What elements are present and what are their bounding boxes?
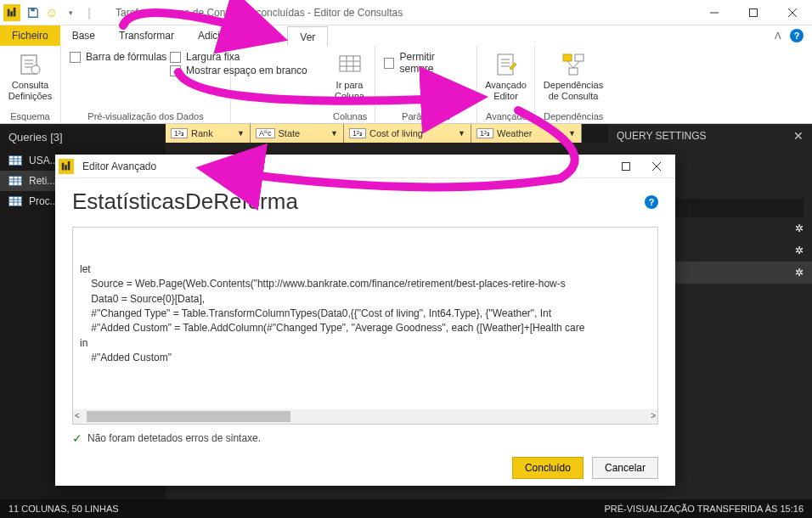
check-allow-always[interactable]: Permitir sempre: [384, 51, 468, 75]
svg-rect-26: [563, 54, 572, 61]
svg-point-16: [31, 65, 40, 74]
app-icon: [59, 159, 74, 174]
emoji-icon[interactable]: ☺: [42, 3, 61, 22]
check-whitespace[interactable]: ✓Mostrar espaço em branco: [170, 65, 323, 76]
svg-rect-5: [750, 8, 758, 16]
done-button[interactable]: Concluído: [512, 457, 584, 479]
column-header[interactable]: Aᴮc State ▼: [251, 124, 344, 143]
table-icon: [8, 196, 22, 206]
settings-title: QUERY SETTINGS: [617, 130, 707, 142]
advanced-editor-dialog: Editor Avançado EstatísticasDeReforma ? …: [55, 155, 675, 486]
svg-rect-0: [8, 8, 10, 16]
tab-file[interactable]: Ficheiro: [0, 25, 60, 46]
tab-add-column[interactable]: Adicionar Coluna: [186, 25, 287, 46]
svg-rect-44: [9, 197, 21, 206]
titlebar: ☺ ▾ | Tarefas Comuns de Consulta - concl…: [0, 0, 812, 25]
statusbar: 11 COLUNAS, 50 LINHAS PRÉ-VISUALIZAÇÃO T…: [0, 499, 812, 518]
svg-line-30: [573, 61, 579, 68]
code-editor[interactable]: let Source = Web.Page(Web.Contents("http…: [72, 227, 658, 425]
goto-column-button[interactable]: Ir para Coluna: [333, 49, 366, 104]
dropdown-icon[interactable]: ▼: [458, 129, 465, 138]
qat-dropdown-icon[interactable]: ▾: [61, 3, 80, 22]
column-headers: 1²₃ Rank ▼ Aᴮc State ▼ 1²₃ Cost of livin…: [166, 124, 676, 143]
gear-icon[interactable]: ✲: [795, 267, 804, 279]
gear-icon[interactable]: ✲: [795, 245, 804, 256]
svg-rect-22: [498, 54, 513, 75]
menubar: Ficheiro Base Transformar Adicionar Colu…: [0, 25, 812, 46]
dropdown-icon[interactable]: ▼: [568, 129, 576, 138]
tab-view[interactable]: Ver: [287, 26, 328, 47]
status-left: 11 COLUNAS, 50 LINHAS: [8, 504, 119, 514]
scrollbar-thumb[interactable]: [87, 411, 290, 422]
status-right: PRÉ-VISUALIZAÇÃO TRANSFERIDA ÀS 15:16: [604, 504, 804, 514]
cancel-button[interactable]: Cancelar: [592, 457, 658, 479]
svg-rect-27: [575, 54, 584, 61]
svg-rect-52: [623, 162, 630, 170]
svg-rect-32: [9, 156, 21, 165]
tab-base[interactable]: Base: [60, 25, 107, 46]
code-text: let Source = Web.Page(Web.Contents("http…: [80, 262, 651, 366]
collapse-ribbon-icon[interactable]: ᐱ: [775, 31, 781, 42]
query-settings-button[interactable]: Consulta Definições: [8, 49, 52, 104]
svg-rect-3: [31, 8, 34, 11]
dialog-maximize-button[interactable]: [611, 156, 641, 177]
window-title: Tarefas Comuns de Consulta - concluídas …: [116, 7, 695, 19]
close-icon[interactable]: ✕: [793, 129, 804, 143]
dropdown-icon[interactable]: ▼: [330, 129, 338, 138]
save-icon[interactable]: [24, 3, 42, 22]
horizontal-scrollbar[interactable]: < >: [73, 409, 657, 424]
svg-rect-50: [65, 165, 67, 170]
window-controls: [695, 0, 812, 25]
check-fixed-width[interactable]: Largura fixa: [170, 51, 323, 63]
maximize-button[interactable]: [734, 0, 773, 25]
svg-rect-28: [569, 68, 578, 75]
column-header[interactable]: 1²₃ Weather ▼: [471, 124, 582, 143]
dialog-title: Editor Avançado: [82, 160, 611, 172]
check-ok-icon: ✓: [72, 431, 82, 445]
qat-sep: |: [80, 3, 99, 22]
query-dependencies-button[interactable]: Dependências de Consulta: [544, 49, 603, 104]
column-header[interactable]: 1²₃ Rank ▼: [166, 124, 251, 143]
svg-line-29: [567, 61, 573, 68]
svg-rect-49: [62, 162, 65, 170]
close-button[interactable]: [773, 0, 812, 25]
dialog-close-button[interactable]: [641, 156, 672, 177]
queries-header: Queries [3]: [0, 124, 166, 150]
advanced-editor-button[interactable]: Avançado Editor: [486, 49, 526, 104]
help-icon[interactable]: ?: [790, 29, 804, 42]
table-icon: [8, 155, 22, 166]
table-icon: [8, 176, 22, 186]
app-icon: [3, 4, 20, 21]
svg-rect-51: [68, 160, 70, 170]
ribbon-overlay: Consulta Definições Esquema Barra de fór…: [0, 46, 812, 124]
minimize-button[interactable]: [695, 0, 734, 25]
svg-rect-17: [340, 56, 360, 71]
tab-transform[interactable]: Transformar: [107, 25, 186, 46]
dialog-heading: EstatísticasDeReforma: [72, 189, 298, 215]
column-header[interactable]: 1²₃ Cost of living ▼: [344, 124, 471, 143]
dialog-titlebar[interactable]: Editor Avançado: [55, 155, 675, 178]
gear-icon[interactable]: ✲: [795, 222, 804, 234]
dropdown-icon[interactable]: ▼: [237, 129, 245, 138]
svg-rect-1: [10, 11, 13, 16]
svg-rect-38: [9, 177, 21, 185]
svg-rect-2: [14, 7, 16, 16]
help-icon[interactable]: ?: [645, 195, 658, 209]
syntax-status: ✓ Não foram detetados erros de sintaxe.: [72, 431, 658, 445]
